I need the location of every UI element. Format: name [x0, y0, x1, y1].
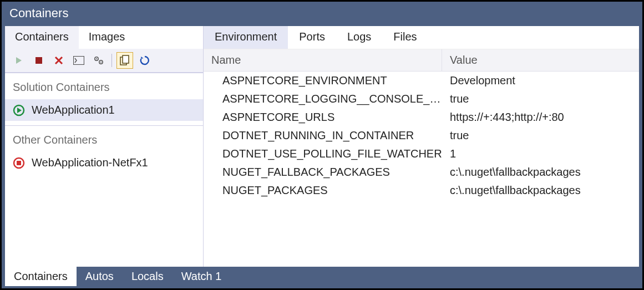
env-name: NUGET_FALLBACK_PACKAGES	[204, 166, 442, 179]
env-grid-body: ASPNETCORE_ENVIRONMENTDevelopment ASPNET…	[204, 72, 639, 267]
stop-circle-icon	[13, 157, 25, 169]
container-item-webapplication1[interactable]: WebApplication1	[5, 99, 203, 121]
container-toolbar	[5, 49, 203, 73]
table-row[interactable]: ASPNETCORE_LOGGING__CONSOLE__DISA...true	[204, 90, 639, 108]
detail-tabs: Environment Ports Logs Files	[204, 26, 639, 49]
tab-ports[interactable]: Ports	[288, 26, 336, 49]
stop-button[interactable]	[31, 52, 47, 69]
left-tabs: Containers Images	[5, 26, 203, 49]
x-icon	[54, 55, 64, 65]
section-header-other: Other Containers	[5, 126, 203, 152]
table-row[interactable]: NUGET_PACKAGESc:\.nuget\fallbackpackages	[204, 181, 639, 200]
section-header-solution: Solution Containers	[5, 73, 203, 99]
stop-icon	[35, 57, 43, 64]
play-circle-icon	[13, 104, 25, 116]
env-name: ASPNETCORE_ENVIRONMENT	[204, 74, 442, 87]
table-row[interactable]: ASPNETCORE_ENVIRONMENTDevelopment	[204, 72, 639, 90]
env-grid-header: Name Value	[204, 49, 639, 72]
terminal-icon	[73, 56, 84, 65]
container-item-label: WebApplication-NetFx1	[32, 156, 148, 169]
terminal-button[interactable]	[70, 52, 87, 69]
start-button[interactable]	[11, 52, 27, 69]
toolbar-separator	[111, 54, 112, 67]
gears-icon	[93, 55, 104, 65]
copy-icon	[120, 55, 130, 66]
body: Containers Images	[5, 26, 639, 267]
env-value: 1	[442, 147, 639, 160]
bottom-tab-containers[interactable]: Containers	[5, 267, 77, 286]
bottom-tab-autos[interactable]: Autos	[77, 267, 123, 286]
column-header-name[interactable]: Name	[204, 49, 442, 71]
table-row[interactable]: ASPNETCORE_URLShttps://+:443;http://+:80	[204, 108, 639, 126]
copy-button[interactable]	[116, 52, 133, 69]
svg-point-3	[96, 58, 97, 59]
env-name: NUGET_PACKAGES	[204, 184, 442, 197]
svg-rect-10	[17, 161, 21, 165]
container-item-webapplication-netfx1[interactable]: WebApplication-NetFx1	[5, 152, 203, 174]
left-panel: Containers Images	[5, 26, 204, 267]
tab-environment[interactable]: Environment	[204, 26, 288, 49]
window-title: Containers	[2, 2, 642, 26]
env-name: ASPNETCORE_URLS	[204, 111, 442, 124]
bottom-tool-tabs: Containers Autos Locals Watch 1	[5, 267, 639, 286]
column-header-value[interactable]: Value	[442, 49, 639, 71]
env-value: true	[442, 129, 639, 142]
container-item-label: WebApplication1	[32, 104, 115, 116]
tab-logs[interactable]: Logs	[336, 26, 382, 49]
svg-rect-0	[36, 57, 42, 64]
env-value: c:\.nuget\fallbackpackages	[442, 166, 639, 179]
env-value: c:\.nuget\fallbackpackages	[442, 184, 639, 197]
env-name: DOTNET_USE_POLLING_FILE_WATCHER	[204, 147, 442, 160]
tab-files[interactable]: Files	[382, 26, 428, 49]
svg-point-5	[100, 62, 102, 63]
env-value: https://+:443;http://+:80	[442, 111, 639, 124]
svg-rect-7	[123, 55, 129, 63]
refresh-icon	[139, 55, 150, 66]
right-panel: Environment Ports Logs Files Name Value …	[204, 26, 639, 267]
remove-button[interactable]	[50, 52, 67, 69]
left-tab-images[interactable]: Images	[79, 26, 135, 49]
table-row[interactable]: DOTNET_RUNNING_IN_CONTAINERtrue	[204, 126, 639, 145]
table-row[interactable]: NUGET_FALLBACK_PACKAGESc:\.nuget\fallbac…	[204, 163, 639, 181]
env-name: ASPNETCORE_LOGGING__CONSOLE__DISA...	[204, 93, 442, 105]
play-icon	[14, 56, 23, 65]
left-tab-containers[interactable]: Containers	[5, 26, 79, 49]
refresh-button[interactable]	[136, 52, 153, 69]
bottom-tab-watch1[interactable]: Watch 1	[173, 267, 231, 286]
env-value: true	[442, 93, 639, 105]
table-row[interactable]: DOTNET_USE_POLLING_FILE_WATCHER1	[204, 145, 639, 163]
containers-tool-window: Containers Containers Images	[0, 0, 644, 290]
env-value: Development	[442, 74, 639, 87]
bottom-tab-locals[interactable]: Locals	[123, 267, 173, 286]
env-name: DOTNET_RUNNING_IN_CONTAINER	[204, 129, 442, 142]
settings-button[interactable]	[90, 52, 107, 69]
svg-rect-1	[74, 57, 84, 65]
